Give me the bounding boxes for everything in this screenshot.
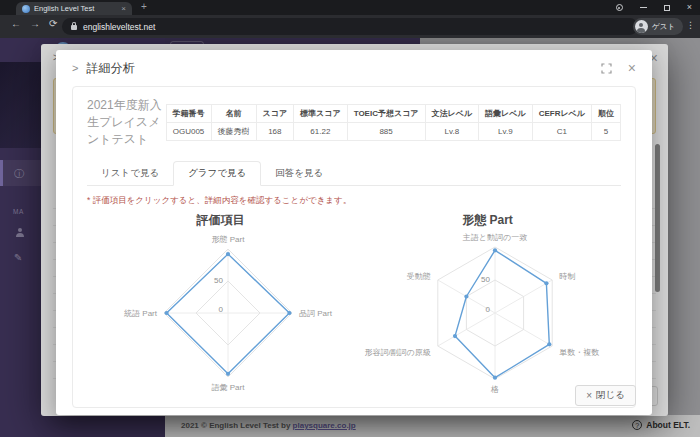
avatar [635, 20, 648, 33]
radar-charts: 評価項目 形態 Part品詞 Part語彙 Part統語 Part500 形態 … [87, 207, 621, 401]
table-cell: OGU005 [166, 123, 211, 141]
table-row: OGU005後藤秀樹16861.22885Lv.8Lv.9C15 [166, 123, 620, 141]
svg-text:50: 50 [214, 276, 223, 285]
profile-button[interactable]: ゲスト [633, 18, 683, 35]
lock-icon [71, 25, 77, 30]
guest-label: ゲスト [652, 22, 675, 32]
url-bar[interactable]: englishleveltest.net [62, 18, 638, 35]
test-title: 2021年度新入生プレイスメントテスト [87, 97, 166, 148]
modal-title: 詳細分析 [86, 60, 134, 77]
new-tab-button[interactable]: + [141, 1, 147, 12]
url-text: englishleveltest.net [83, 22, 155, 32]
detail-analysis-modal: > 詳細分析 × 2021年度新入生プレイスメントテスト 学籍番号名前スコア標準… [56, 50, 652, 415]
table-header-cell: TOEIC予想スコア [347, 105, 425, 123]
modal-chevron-icon: > [72, 62, 78, 74]
site-favicon-icon [22, 5, 30, 13]
radar-chart-evaluation[interactable]: 評価項目 形態 Part品詞 Part語彙 Part統語 Part500 [87, 207, 354, 401]
table-cell: 61.22 [294, 123, 348, 141]
modal-header: > 詳細分析 × [56, 50, 652, 86]
table-cell: 885 [347, 123, 425, 141]
browser-menu-icon[interactable]: ⋮ [686, 21, 695, 30]
back-icon[interactable]: ← [11, 18, 21, 29]
score-table: 学籍番号名前スコア標準スコアTOEIC予想スコア文法レベル語彙レベルCEFRレベ… [166, 104, 621, 141]
radar-plot[interactable]: 主語と動詞の一致時制単数・複数格形容詞/副詞の原級受動態500 [354, 229, 636, 397]
svg-text:格: 格 [490, 385, 499, 394]
table-cell: 168 [256, 123, 294, 141]
close-button-label: 閉じる [596, 389, 625, 402]
view-tabs: リストで見る グラフで見る 回答を見る [87, 161, 621, 186]
table-header-cell: スコア [256, 105, 294, 123]
svg-text:語彙 Part: 語彙 Part [212, 383, 246, 392]
svg-text:統語 Part: 統語 Part [124, 309, 158, 318]
table-header-cell: 順位 [592, 105, 621, 123]
browser-tab-strip: English Level Test × + × [0, 0, 700, 15]
hint-note: * 評価項目をクリックすると、詳細内容を確認することができます。 [87, 195, 621, 207]
browser-window: English Level Test × + × ← → ⟳ englishle… [0, 0, 700, 437]
analysis-card: 2021年度新入生プレイスメントテスト 学籍番号名前スコア標準スコアTOEIC予… [72, 86, 636, 408]
window-controls: × [616, 0, 696, 15]
svg-text:50: 50 [481, 275, 490, 284]
table-cell: Lv.8 [425, 123, 479, 141]
svg-text:主語と動詞の一致: 主語と動詞の一致 [462, 233, 527, 242]
table-header-cell: CEFRレベル [532, 105, 591, 123]
minimize-icon[interactable] [640, 7, 647, 8]
tab-title: English Level Test [34, 4, 117, 13]
svg-text:品詞 Part: 品詞 Part [299, 309, 333, 318]
svg-text:形態 Part: 形態 Part [212, 235, 246, 244]
svg-text:0: 0 [219, 305, 224, 314]
fullscreen-icon[interactable] [601, 63, 612, 74]
svg-text:受動態: 受動態 [407, 272, 431, 281]
chart-title: 評価項目 [87, 212, 354, 229]
table-header-cell: 学籍番号 [166, 105, 211, 123]
radar-plot[interactable]: 形態 Part品詞 Part語彙 Part統語 Part500 [87, 229, 369, 397]
maximize-icon[interactable] [664, 5, 670, 11]
tab-answers-view[interactable]: 回答を見る [261, 161, 337, 185]
table-header-cell: 文法レベル [425, 105, 479, 123]
close-button[interactable]: × 閉じる [575, 385, 636, 406]
tab-list-view[interactable]: リストで見る [87, 161, 173, 185]
browser-tab[interactable]: English Level Test × [16, 2, 132, 15]
tab-graph-view[interactable]: グラフで見る [173, 161, 261, 186]
modal-body: 2021年度新入生プレイスメントテスト 学籍番号名前スコア標準スコアTOEIC予… [56, 86, 652, 408]
close-button-icon: × [586, 390, 592, 401]
tab-close-icon[interactable]: × [121, 5, 126, 13]
reload-icon[interactable]: ⟳ [49, 18, 57, 29]
record-icon[interactable] [616, 4, 623, 11]
browser-toolbar: ← → ⟳ englishleveltest.net ゲスト ⋮ [0, 15, 700, 38]
radar-chart-keitai-part[interactable]: 形態 Part 主語と動詞の一致時制単数・複数格形容詞/副詞の原級受動態500 [354, 207, 621, 401]
forward-icon[interactable]: → [30, 18, 40, 29]
svg-text:0: 0 [486, 305, 491, 314]
table-header-cell: 標準スコア [294, 105, 348, 123]
table-cell: Lv.9 [479, 123, 533, 141]
modal-close-icon[interactable]: × [628, 61, 636, 75]
table-header-cell: 語彙レベル [479, 105, 533, 123]
table-cell: C1 [532, 123, 591, 141]
svg-text:形容詞/副詞の原級: 形容詞/副詞の原級 [364, 348, 430, 357]
svg-text:単数・複数: 単数・複数 [559, 348, 599, 357]
svg-text:時制: 時制 [559, 272, 575, 281]
table-header-cell: 名前 [211, 105, 256, 123]
window-close-icon[interactable]: × [687, 3, 692, 12]
chart-title: 形態 Part [354, 212, 621, 229]
table-cell: 5 [592, 123, 621, 141]
table-cell: 後藤秀樹 [211, 123, 256, 141]
